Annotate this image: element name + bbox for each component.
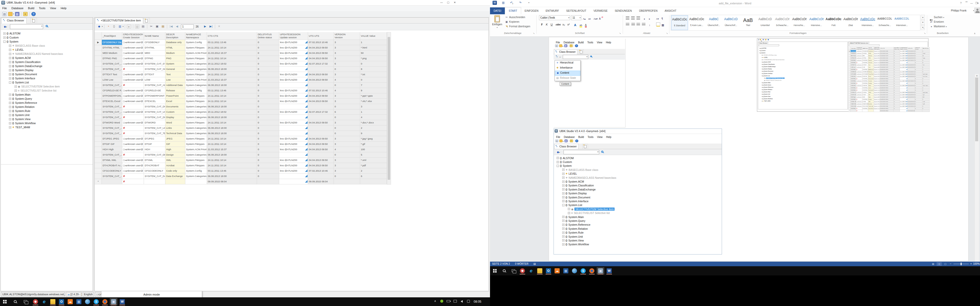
paste-grid-icon[interactable]: ▤	[161, 24, 165, 29]
collapse-icon[interactable]: -	[9, 81, 11, 84]
grid-cell[interactable]: 06.08.2013 18:00	[207, 174, 257, 179]
close-button[interactable]: ✕	[452, 0, 458, 5]
grid-cell[interactable]: unknown user@	[856, 103, 862, 105]
help-icon[interactable]: ?	[32, 12, 36, 16]
import-icon[interactable]: ≡	[23, 12, 27, 16]
grid-cell[interactable]: *.ppt;*.pptx	[360, 94, 387, 99]
grid-cell[interactable]: System.Categories	[874, 59, 880, 62]
grid-cell[interactable]: unknown user@	[856, 52, 862, 55]
grid-cell[interactable]: Acrobat	[165, 163, 185, 168]
grid-cell[interactable]: Display	[165, 115, 185, 120]
taskbar-app-edge[interactable]: e	[40, 298, 48, 305]
grid-cell[interactable]	[874, 109, 880, 112]
grid-cell[interactable]: 0	[894, 59, 900, 62]
expand-icon[interactable]	[762, 94, 762, 95]
save-all-icon[interactable]: ▥	[15, 12, 19, 16]
grid-cell[interactable]: Additional Data	[165, 82, 185, 88]
grid-cell[interactable]: 9	[922, 71, 930, 73]
zoom-level[interactable]: 100%	[973, 262, 980, 265]
grid-cell[interactable]: 04.04.2013 09:50	[908, 96, 915, 98]
grid-cell[interactable]: Release	[165, 88, 185, 94]
open-folder-icon[interactable]	[8, 12, 13, 16]
goto-session-icon[interactable]	[906, 76, 907, 77]
row-header[interactable]	[95, 51, 102, 56]
grid-cell[interactable]: unknown user@	[856, 73, 862, 75]
expand-icon[interactable]: +	[562, 196, 565, 198]
grid-cell[interactable]: 0	[334, 82, 360, 88]
grid-cell[interactable]: 0	[257, 88, 279, 94]
grid-cell[interactable]: JPEG	[165, 136, 185, 141]
grid-cell[interactable]: SYSITEM_CAT_DA	[862, 107, 868, 109]
account-dropdown-icon[interactable]: ▾	[973, 10, 974, 12]
menu-build[interactable]: Build	[26, 6, 37, 10]
expand-icon[interactable]: +	[562, 231, 565, 234]
grid-cell[interactable]: SYSITEM_CAT_GE	[144, 67, 165, 72]
grid-cell[interactable]: 02.07.2013 17:32	[308, 61, 334, 67]
format-übertragen-button[interactable]: Format übertragen	[505, 25, 530, 30]
zoom-in-icon[interactable]: +	[970, 262, 972, 265]
collapse-ribbon-icon[interactable]: ∧	[974, 32, 976, 35]
grid-cell[interactable]	[908, 98, 915, 100]
menu-file[interactable]: File	[0, 6, 9, 10]
tree-item[interactable]: {}System.Document	[759, 70, 847, 73]
grid-cell[interactable]: DTTEXT Text	[102, 72, 122, 77]
tree-item[interactable]: +{}System.Interface	[555, 199, 721, 203]
grid-cell[interactable]: DTEXCEL	[144, 99, 165, 104]
grid-cell[interactable]: 4	[915, 66, 922, 68]
goto-session-icon[interactable]	[305, 68, 307, 70]
close-button[interactable]: ✕	[975, 1, 980, 6]
grid-cell[interactable]: 24.11.2011 10:14	[880, 84, 894, 87]
grid-cell[interactable]: DTJPEG JPEG	[851, 91, 856, 94]
grid-cell[interactable]: 21.03.2012 15:37	[880, 96, 894, 98]
proofing-icon[interactable]: ▤	[533, 262, 536, 265]
grid-cell[interactable]: unknown user@	[856, 57, 862, 59]
grid-cell[interactable]: SYSITEM_CAT_...	[102, 104, 122, 109]
row-header[interactable]	[849, 98, 851, 100]
search-button[interactable]	[500, 268, 508, 274]
grid-cell[interactable]	[308, 82, 334, 88]
grid-cell[interactable]: 04.04.2013 09:50	[308, 141, 334, 147]
grid-cell[interactable]: SYSITEM_CAT_DIS	[862, 82, 868, 84]
sort-icon[interactable]	[656, 16, 660, 20]
grid-cell[interactable]: 0	[894, 103, 900, 105]
grid-cell[interactable]: unknown user@	[856, 94, 862, 96]
grid-cell[interactable]: 0	[257, 125, 279, 131]
grid-cell[interactable]: 2	[922, 87, 930, 89]
grid-cell[interactable]: 04.04.2013 09:50	[308, 158, 334, 163]
tab-selectiveitem[interactable]: +SELECTIVEITEM Selective item	[95, 18, 143, 24]
expand-icon[interactable]: +	[9, 73, 11, 76]
grid-cell[interactable]: 0	[894, 78, 900, 80]
grid-cell[interactable]: kno @ATLNZ00	[900, 105, 908, 107]
task-view-button[interactable]	[509, 268, 517, 274]
grid-cell[interactable]: DTJPEG	[144, 136, 165, 141]
grid-cell[interactable]: unknown user@	[856, 100, 862, 103]
grid-cell[interactable]: Low	[868, 66, 874, 68]
tree-item[interactable]: {}System.Relation	[759, 89, 847, 91]
grid-cell[interactable]: 0	[894, 50, 900, 52]
avatar[interactable]	[974, 8, 980, 13]
goto-session-icon[interactable]	[305, 41, 307, 43]
grid-cell[interactable]: 09.09.2015 08:04	[308, 179, 334, 184]
goto-session-icon[interactable]	[906, 62, 907, 63]
row-header[interactable]	[95, 45, 102, 51]
grid-cell[interactable]	[308, 131, 334, 136]
grid-cell[interactable]: 3	[915, 57, 922, 59]
grid-cell[interactable]: System.Categories	[185, 174, 207, 179]
grid-cell[interactable]: unknown user@	[856, 91, 862, 94]
grid-cell[interactable]: *.html	[922, 52, 930, 55]
grid-cell[interactable]: 06.08.2013 18:00	[880, 107, 894, 109]
grid-cell[interactable]: HGH	[862, 96, 868, 98]
grid-cell[interactable]: unknown user@	[122, 94, 144, 99]
row-header[interactable]	[849, 84, 851, 87]
grid-cell[interactable]: General	[868, 62, 874, 64]
grid-cell[interactable]: 06.08.2013 18:00	[880, 78, 894, 80]
tab-datei[interactable]: DATEI	[490, 7, 505, 14]
grid-cell[interactable]: kno @ATLNZ00	[900, 103, 908, 105]
grid-cell[interactable]: kno @ATLNZ00	[900, 73, 908, 75]
grid-cell[interactable]: *.xml	[922, 100, 930, 103]
import-icon[interactable]: ≡	[570, 44, 573, 47]
grid-cell[interactable]: ✘	[856, 98, 862, 100]
grid-cell[interactable]: Code only	[165, 168, 185, 174]
grid-cell[interactable]: 3	[334, 94, 360, 99]
grid-cell[interactable]: DTGIF	[862, 94, 868, 96]
